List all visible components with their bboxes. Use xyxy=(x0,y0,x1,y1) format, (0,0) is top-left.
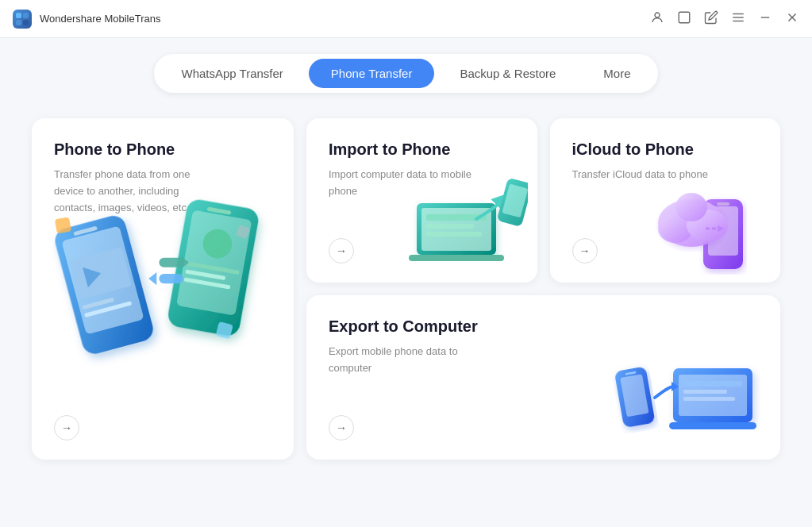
tab-more[interactable]: More xyxy=(581,59,652,88)
svg-rect-53 xyxy=(679,375,747,416)
svg-marker-29 xyxy=(148,272,156,285)
edit-icon[interactable] xyxy=(704,10,718,27)
svg-rect-0 xyxy=(16,13,21,18)
card-icloud-arrow[interactable]: → xyxy=(572,238,598,264)
person-icon[interactable] xyxy=(650,10,664,27)
svg-rect-37 xyxy=(426,224,474,229)
svg-rect-38 xyxy=(426,232,482,237)
app-name: Wondershare MobileTrans xyxy=(40,13,160,25)
card-export-arrow[interactable]: → xyxy=(329,415,354,440)
main-content: WhatsApp Transfer Phone Transfer Backup … xyxy=(0,38,812,527)
card-phone-to-phone[interactable]: Phone to Phone Transfer phone data from … xyxy=(32,118,294,460)
card-import-arrow[interactable]: → xyxy=(329,238,354,264)
window-controls xyxy=(650,10,799,27)
svg-rect-55 xyxy=(683,381,742,387)
card-icloud-title: iCloud to Phone xyxy=(572,140,759,159)
tab-phone[interactable]: Phone Transfer xyxy=(309,59,435,88)
svg-rect-1 xyxy=(23,13,29,18)
app-icon xyxy=(13,10,32,29)
svg-point-4 xyxy=(655,13,660,17)
card-export-desc: Export mobile phone data to computer xyxy=(329,344,471,377)
titlebar: Wondershare MobileTrans xyxy=(0,0,812,38)
svg-rect-3 xyxy=(23,20,29,25)
titlebar-left: Wondershare MobileTrans xyxy=(13,10,160,29)
card-export-title: Export to Computer xyxy=(329,317,758,336)
card-phone-to-phone-title: Phone to Phone xyxy=(54,140,271,159)
svg-rect-43 xyxy=(717,202,729,206)
svg-rect-5 xyxy=(679,12,690,23)
card-import-title: Import to Phone xyxy=(329,140,515,159)
tab-whatsapp[interactable]: WhatsApp Transfer xyxy=(159,59,305,88)
window-icon[interactable] xyxy=(677,10,691,27)
nav-tabs: WhatsApp Transfer Phone Transfer Backup … xyxy=(154,54,657,93)
svg-rect-35 xyxy=(409,255,504,261)
svg-rect-28 xyxy=(159,274,183,283)
svg-rect-2 xyxy=(16,20,21,25)
card-import-to-phone[interactable]: Import to Phone Import computer data to … xyxy=(306,118,537,283)
card-export-to-computer[interactable]: Export to Computer Export mobile phone d… xyxy=(306,295,780,460)
svg-rect-57 xyxy=(683,397,735,401)
card-icloud-to-phone[interactable]: iCloud to Phone Transfer iCloud data to … xyxy=(550,118,781,283)
svg-point-47 xyxy=(675,193,707,221)
svg-rect-56 xyxy=(683,390,727,394)
svg-rect-54 xyxy=(669,422,756,429)
svg-rect-30 xyxy=(55,217,71,233)
cards-grid: Phone to Phone Transfer phone data from … xyxy=(32,118,780,460)
svg-rect-26 xyxy=(159,258,183,267)
card-phone-to-phone-arrow[interactable]: → xyxy=(54,415,79,440)
menu-icon[interactable] xyxy=(731,10,745,27)
minimize-icon[interactable] xyxy=(758,10,772,27)
close-icon[interactable] xyxy=(785,10,799,27)
tab-backup[interactable]: Backup & Restore xyxy=(437,59,578,88)
